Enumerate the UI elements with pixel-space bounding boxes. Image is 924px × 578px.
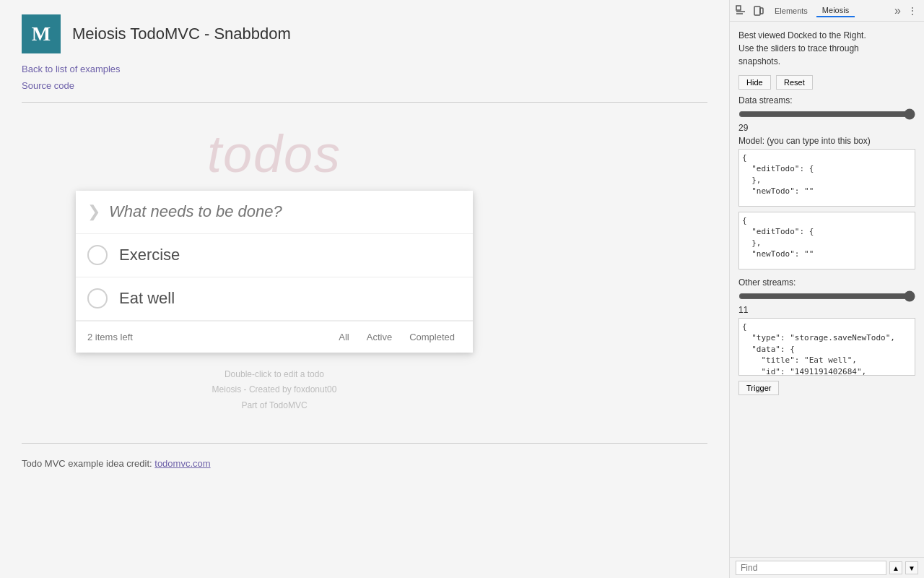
tab-elements[interactable]: Elements	[769, 5, 814, 17]
model-json-box-1[interactable]: { "editTodo": { }, "newTodo": ""	[738, 149, 915, 207]
other-streams-slider[interactable]	[738, 290, 915, 302]
find-next-button[interactable]: ▼	[905, 561, 918, 574]
svg-rect-0	[736, 6, 741, 10]
back-to-list-link[interactable]: Back to list of examples	[22, 61, 707, 77]
todo-label-1: Exercise	[119, 246, 180, 264]
app-header: M Meiosis TodoMVC - Snabbdom	[0, 0, 729, 61]
meiosis-logo: M	[22, 14, 61, 53]
data-streams-value: 29	[738, 123, 915, 133]
footer-line1: Double-click to edit a todo	[43, 367, 505, 383]
devtools-find-bar: ▲ ▼	[730, 557, 924, 578]
nav-links: Back to list of examples Source code	[0, 61, 729, 102]
credit-text: Todo MVC example idea credit: todomvc.co…	[0, 451, 729, 476]
todos-watermark: todos	[22, 110, 527, 191]
credit-prefix: Todo MVC example idea credit:	[22, 458, 154, 469]
devtools-body: Best viewed Docked to the Right. Use the…	[730, 22, 924, 557]
filter-completed[interactable]: Completed	[403, 329, 461, 345]
model-label: Model: (you can type into this box)	[738, 136, 915, 146]
svg-rect-4	[760, 8, 763, 14]
devtools-info: Best viewed Docked to the Right. Use the…	[738, 29, 915, 68]
toggle-all-icon[interactable]: ❯	[87, 202, 100, 221]
todomvc-link[interactable]: todomvc.com	[154, 458, 210, 469]
footer-line3: Part of TodoMVC	[43, 398, 505, 414]
trigger-button[interactable]: Trigger	[738, 381, 779, 395]
source-code-link[interactable]: Source code	[22, 77, 707, 94]
reset-button[interactable]: Reset	[776, 75, 813, 90]
footer-line2: Meiosis - Created by foxdonut00	[43, 382, 505, 398]
items-left-count: 2 items left	[87, 332, 332, 342]
other-streams-json-box[interactable]: { "type": "storage.saveNewTodo", "data":…	[738, 318, 915, 376]
todo-checkbox-2[interactable]	[87, 288, 108, 309]
devtools-panel: Elements Meiosis » ⋮ Best viewed Docked …	[729, 0, 924, 578]
svg-rect-3	[754, 7, 760, 15]
bottom-divider	[22, 443, 707, 444]
filter-links: All Active Completed	[332, 329, 461, 345]
data-streams-slider[interactable]	[738, 108, 915, 120]
tab-meiosis[interactable]: Meiosis	[816, 4, 855, 17]
hide-button[interactable]: Hide	[738, 75, 771, 90]
filter-active[interactable]: Active	[360, 329, 398, 345]
data-streams-label: Data streams:	[738, 95, 915, 105]
todo-footer: 2 items left All Active Completed	[76, 321, 473, 353]
app-title: Meiosis TodoMVC - Snabbdom	[72, 25, 291, 43]
new-todo-input[interactable]	[109, 202, 461, 221]
inspect-element-icon[interactable]	[734, 4, 749, 18]
todo-app: ❯ Exercise Eat well 2 items left All	[76, 191, 473, 353]
todo-list: Exercise Eat well	[76, 234, 473, 321]
find-prev-button[interactable]: ▲	[889, 561, 902, 574]
device-toolbar-icon[interactable]	[751, 4, 766, 18]
filter-all[interactable]: All	[332, 329, 355, 345]
devtools-menu-icon[interactable]: ⋮	[905, 4, 920, 18]
other-streams-value: 11	[738, 305, 915, 315]
table-row: Eat well	[76, 277, 473, 321]
todo-checkbox-1[interactable]	[87, 245, 108, 265]
table-row: Exercise	[76, 234, 473, 277]
todo-input-row: ❯	[76, 191, 473, 234]
more-tabs-icon[interactable]: »	[894, 4, 901, 17]
other-streams-label: Other streams:	[738, 277, 915, 288]
todo-section: todos ❯ Exercise Eat well 2 items	[0, 103, 549, 443]
model-json-box-2[interactable]: { "editTodo": { }, "newTodo": ""	[738, 212, 915, 269]
find-input[interactable]	[736, 561, 886, 575]
main-content: M Meiosis TodoMVC - Snabbdom Back to lis…	[0, 0, 729, 578]
todo-label-2: Eat well	[119, 289, 175, 308]
devtools-toolbar: Elements Meiosis » ⋮	[730, 0, 924, 22]
app-footer: Double-click to edit a todo Meiosis - Cr…	[22, 353, 527, 428]
